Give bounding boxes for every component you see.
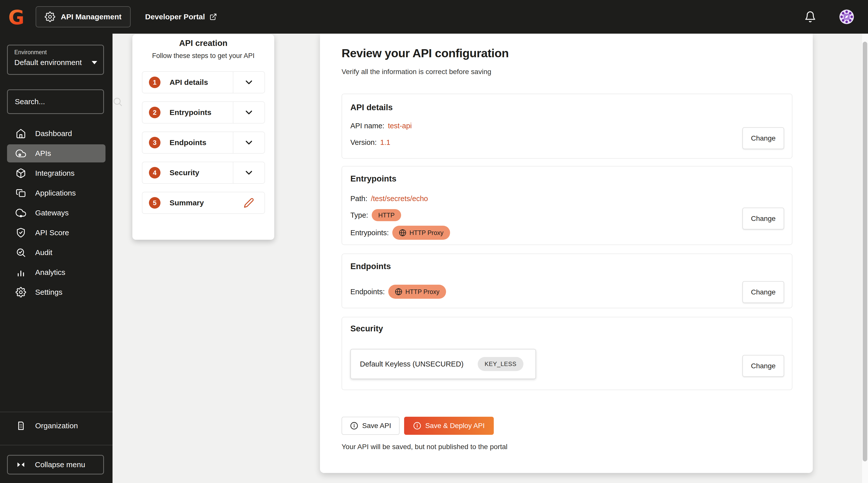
step-number-badge: 5 [149, 197, 160, 208]
change-endpoints-button[interactable]: Change [742, 281, 784, 303]
environment-value: Default environment [14, 58, 82, 67]
developer-portal-label: Developer Portal [145, 12, 205, 21]
endpoints-label: Endpoints: [350, 288, 385, 296]
section-security: Security Default Keyless (UNSECURED) KEY… [342, 317, 793, 390]
top-bar: G API Management Developer Portal [0, 0, 868, 34]
sidebar-item-audit[interactable]: Audit [7, 244, 105, 262]
sidebar-item-settings[interactable]: Settings [7, 283, 105, 301]
step-expand[interactable] [233, 162, 265, 183]
save-api-button[interactable]: Save API [342, 417, 400, 435]
globe-icon [395, 288, 402, 295]
sidebar-item-label: Organization [35, 421, 78, 430]
stepper-subtitle: Follow these steps to get your API [132, 52, 274, 60]
step-endpoints[interactable]: 3 Endpoints [142, 132, 265, 154]
page-title: Review your API configuration [342, 46, 508, 60]
sidebar-item-label: Audit [35, 248, 52, 257]
gear-icon [16, 287, 26, 297]
step-label: Endpoints [169, 138, 207, 147]
api-name-label: API name: [350, 122, 384, 130]
environment-select[interactable]: Environment Default environment [7, 45, 104, 75]
section-api-details: API details API name: test-api Version: … [342, 94, 793, 159]
avatar[interactable] [839, 9, 854, 24]
actions-row: Save API Save & Deploy API [342, 417, 494, 435]
save-deploy-api-button[interactable]: Save & Deploy API [404, 417, 494, 435]
svg-text:G: G [9, 6, 24, 27]
section-entrypoints: Entrypoints Path: /test/secrets/echo Typ… [342, 166, 793, 245]
step-api-details[interactable]: 1 API details [142, 71, 265, 93]
sidebar-item-label: Gateways [35, 208, 68, 217]
info-icon [413, 422, 421, 430]
cube-icon [16, 168, 26, 179]
scrollbar-thumb[interactable] [863, 42, 867, 461]
sidebar-item-api-score[interactable]: API Score [7, 224, 105, 242]
scrollbar-track[interactable] [862, 34, 868, 483]
environment-label: Environment [14, 49, 97, 56]
plan-name: Default Keyless (UNSECURED) [360, 360, 464, 368]
entrypoints-row: Entrypoints: HTTP Proxy [350, 226, 450, 240]
step-edit[interactable] [233, 192, 265, 214]
http-proxy-badge: HTTP Proxy [392, 226, 450, 240]
step-label: Entrypoints [169, 108, 212, 117]
globe-icon [399, 229, 406, 236]
step-label: Summary [169, 199, 204, 207]
sidebar-item-apis[interactable]: APIs [7, 144, 105, 162]
page-subtitle: Verify all the information is correct be… [342, 68, 491, 76]
chevron-down-icon [244, 137, 254, 148]
developer-portal-link[interactable]: Developer Portal [145, 12, 217, 21]
path-row: Path: /test/secrets/echo [350, 195, 428, 203]
section-title: Security [350, 324, 383, 333]
chevron-down-icon [92, 61, 97, 64]
section-title: API details [350, 103, 393, 112]
path-label: Path: [350, 195, 367, 203]
search-input[interactable] [14, 97, 112, 106]
path-value: /test/secrets/echo [371, 195, 428, 203]
collapse-icon [16, 460, 25, 469]
chevron-down-icon [244, 77, 254, 88]
step-label: API details [169, 78, 208, 87]
api-name-row: API name: test-api [350, 122, 412, 130]
chevron-down-icon [244, 107, 254, 118]
sidebar-item-organization[interactable]: Organization [7, 416, 105, 435]
pencil-icon [244, 198, 254, 208]
sidebar-item-applications[interactable]: Applications [7, 184, 105, 202]
sidebar-search[interactable] [7, 89, 104, 114]
step-summary[interactable]: 5 Summary [142, 192, 265, 214]
step-number-badge: 3 [149, 137, 160, 148]
section-endpoints: Endpoints Endpoints: HTTP Proxy Change [342, 254, 793, 308]
collapse-menu-button[interactable]: Collapse menu [7, 455, 104, 475]
api-creation-stepper: API creation Follow these steps to get y… [132, 34, 274, 240]
step-expand[interactable] [233, 102, 265, 123]
sidebar-item-gateways[interactable]: Gateways [7, 204, 105, 222]
endpoints-row: Endpoints: HTTP Proxy [350, 285, 446, 299]
bar-chart-icon [16, 267, 26, 278]
app-switcher-label: API Management [61, 12, 122, 21]
search-icon [112, 96, 123, 107]
sidebar-item-label: Integrations [35, 169, 74, 178]
change-api-details-button[interactable]: Change [742, 127, 784, 149]
api-management-button[interactable]: API Management [36, 6, 131, 27]
info-icon [350, 422, 358, 430]
type-row: Type: HTTP [350, 209, 401, 221]
sidebar-item-label: Analytics [35, 268, 65, 277]
sidebar-item-dashboard[interactable]: Dashboard [7, 125, 105, 142]
cloud-node-icon [16, 207, 26, 218]
sidebar-item-analytics[interactable]: Analytics [7, 263, 105, 282]
sidebar-item-label: Settings [35, 288, 62, 296]
step-expand[interactable] [233, 132, 265, 153]
sidebar-item-label: Dashboard [35, 129, 72, 138]
windows-icon [16, 188, 26, 198]
security-plan-box: Default Keyless (UNSECURED) KEY_LESS [350, 349, 536, 379]
sidebar-divider [0, 445, 113, 445]
step-number-badge: 4 [149, 167, 160, 179]
sidebar-item-label: APIs [35, 149, 51, 158]
change-security-button[interactable]: Change [742, 355, 784, 377]
step-entrypoints[interactable]: 2 Entrypoints [142, 101, 265, 124]
external-link-icon [210, 13, 217, 21]
step-security[interactable]: 4 Security [142, 162, 265, 184]
sidebar-item-integrations[interactable]: Integrations [7, 164, 105, 182]
bell-icon[interactable] [804, 11, 816, 23]
change-entrypoints-button[interactable]: Change [742, 207, 784, 229]
step-expand[interactable] [233, 72, 265, 93]
sidebar: Environment Default environment Dashboar… [0, 34, 113, 483]
sidebar-item-label: Applications [35, 189, 76, 197]
